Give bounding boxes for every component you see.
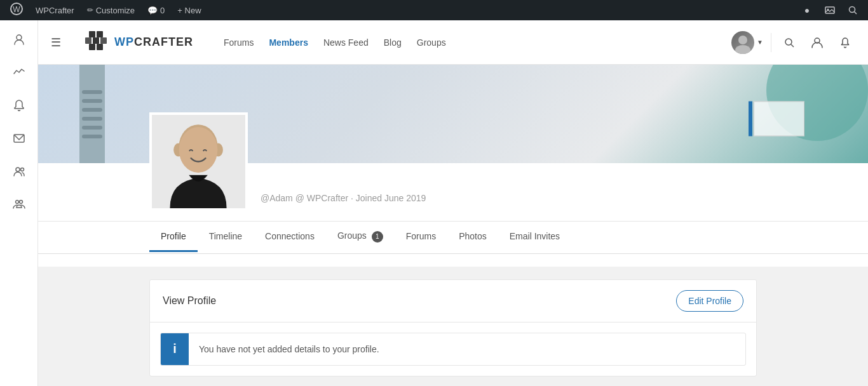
svg-point-9 bbox=[20, 168, 24, 171]
svg-point-20 bbox=[735, 45, 750, 54]
profile-info: @Adam @ WPCrafter · Joined June 2019 bbox=[261, 188, 757, 211]
profile-username: @Adam @ WPCrafter · Joined June 2019 bbox=[261, 188, 757, 203]
view-profile-header: View Profile Edit Profile bbox=[150, 280, 756, 323]
svg-point-19 bbox=[738, 36, 747, 44]
svg-line-5 bbox=[855, 12, 857, 15]
nav-blog[interactable]: Blog bbox=[384, 37, 402, 48]
groups-badge: 1 bbox=[372, 231, 383, 243]
content-area: View Profile Edit Profile i You have not… bbox=[38, 267, 868, 387]
nav-search-icon[interactable] bbox=[779, 32, 799, 53]
profile-notice: i You have not yet added details to your… bbox=[160, 333, 746, 366]
notebook-ring bbox=[82, 108, 102, 112]
svg-rect-12 bbox=[89, 31, 95, 37]
wp-logo-item[interactable]: W bbox=[5, 0, 28, 20]
svg-rect-17 bbox=[89, 44, 95, 50]
comments-count: 0 bbox=[160, 6, 165, 15]
svg-rect-18 bbox=[97, 44, 103, 50]
nav-forums[interactable]: Forums bbox=[224, 37, 254, 48]
customize-label: Customize bbox=[96, 6, 135, 15]
tab-connections[interactable]: Connections bbox=[254, 222, 326, 252]
tab-email-invites[interactable]: Email Invites bbox=[498, 222, 571, 252]
wp-admin-bar: W WPCrafter ✏ Customize 💬 0 + New ● bbox=[0, 0, 868, 20]
site-name-label: WPCrafter bbox=[36, 6, 74, 15]
svg-point-28 bbox=[179, 127, 218, 173]
tab-forums[interactable]: Forums bbox=[395, 222, 447, 252]
profile-avatar bbox=[149, 112, 248, 211]
comments-icon: 💬 bbox=[147, 6, 158, 15]
svg-point-21 bbox=[785, 39, 792, 45]
tab-groups[interactable]: Groups 1 bbox=[326, 222, 395, 253]
svg-rect-2 bbox=[825, 7, 834, 13]
site-name-item[interactable]: WPCrafter bbox=[31, 0, 79, 20]
cover-blue-bar bbox=[749, 102, 752, 136]
tab-profile[interactable]: Profile bbox=[149, 222, 198, 252]
edit-profile-button[interactable]: Edit Profile bbox=[676, 290, 743, 312]
view-profile-card: View Profile Edit Profile i You have not… bbox=[149, 279, 757, 376]
nav-user-icon[interactable] bbox=[807, 32, 827, 53]
site-logo-icon bbox=[81, 29, 109, 57]
customize-icon: ✏ bbox=[87, 6, 93, 15]
media-icon[interactable] bbox=[820, 0, 840, 20]
notebook-ring bbox=[82, 117, 102, 121]
profile-header: @Adam @ WPCrafter · Joined June 2019 bbox=[38, 163, 868, 222]
nav-separator bbox=[771, 33, 771, 52]
view-profile-title: View Profile bbox=[163, 295, 216, 307]
wp-logo-icon: W bbox=[10, 3, 23, 18]
svg-point-6 bbox=[17, 35, 22, 40]
svg-line-22 bbox=[791, 44, 794, 47]
notice-icon: i bbox=[161, 333, 189, 365]
nav-right: ▼ bbox=[731, 31, 855, 54]
svg-point-4 bbox=[850, 7, 855, 13]
nav-bell-icon[interactable] bbox=[835, 32, 855, 53]
tab-timeline[interactable]: Timeline bbox=[198, 222, 254, 252]
new-label: + New bbox=[177, 6, 201, 15]
nav-newsfeed[interactable]: News Feed bbox=[323, 37, 369, 48]
sidebar-user-icon[interactable] bbox=[8, 28, 31, 51]
sidebar-members-icon[interactable] bbox=[8, 160, 31, 183]
dropdown-chevron-icon: ▼ bbox=[757, 39, 763, 46]
nav-avatar[interactable] bbox=[731, 31, 754, 54]
notebook-ring bbox=[82, 90, 102, 94]
top-nav: ☰ WPCRAFTER Forums Members News Feed Blo… bbox=[38, 20, 868, 65]
nav-members[interactable]: Members bbox=[269, 37, 308, 48]
site-logo-text: WPCRAFTER bbox=[114, 36, 193, 49]
svg-rect-13 bbox=[97, 31, 103, 37]
sidebar-activity-icon[interactable] bbox=[8, 61, 31, 84]
nav-avatar-dropdown[interactable]: ▼ bbox=[731, 31, 763, 54]
notebook-ring bbox=[82, 99, 102, 103]
svg-point-10 bbox=[15, 201, 18, 204]
customize-item[interactable]: ✏ Customize bbox=[82, 0, 140, 20]
svg-rect-16 bbox=[100, 37, 107, 44]
logo-area: WPCRAFTER bbox=[81, 29, 193, 57]
nav-groups[interactable]: Groups bbox=[417, 37, 446, 48]
notebook-ring bbox=[82, 126, 102, 130]
notice-text: You have not yet added details to your p… bbox=[189, 335, 745, 363]
svg-point-11 bbox=[19, 201, 22, 204]
profile-tabs: Profile Timeline Connections Groups 1 Fo… bbox=[38, 222, 868, 254]
profile-section: @Adam @ WPCrafter · Joined June 2019 Pro… bbox=[38, 163, 868, 267]
notebook-ring bbox=[82, 135, 102, 138]
cover-notebook bbox=[79, 65, 105, 163]
sidebar-groups-icon[interactable] bbox=[8, 193, 31, 216]
cover-whitebox bbox=[754, 102, 804, 136]
admin-bar-right: ● bbox=[797, 0, 863, 20]
profile-avatar-container bbox=[149, 112, 248, 211]
left-sidebar bbox=[0, 20, 38, 386]
sidebar-notification-icon[interactable] bbox=[8, 94, 31, 117]
main-wrapper: ☰ WPCRAFTER Forums Members News Feed Blo… bbox=[38, 20, 868, 386]
hamburger-menu[interactable]: ☰ bbox=[51, 36, 61, 50]
comments-item[interactable]: 💬 0 bbox=[142, 0, 170, 20]
tab-photos[interactable]: Photos bbox=[447, 222, 498, 252]
new-item[interactable]: + New bbox=[172, 0, 206, 20]
svg-text:W: W bbox=[13, 5, 20, 14]
nav-avatar-image bbox=[731, 31, 754, 54]
svg-rect-15 bbox=[93, 37, 99, 44]
search-admin-icon[interactable] bbox=[843, 0, 863, 20]
svg-rect-14 bbox=[85, 37, 92, 44]
avatar-svg bbox=[152, 112, 245, 211]
sidebar-message-icon[interactable] bbox=[8, 127, 31, 150]
main-nav: Forums Members News Feed Blog Groups bbox=[224, 37, 716, 48]
woo-icon[interactable]: ● bbox=[797, 0, 817, 20]
svg-point-8 bbox=[16, 168, 20, 171]
